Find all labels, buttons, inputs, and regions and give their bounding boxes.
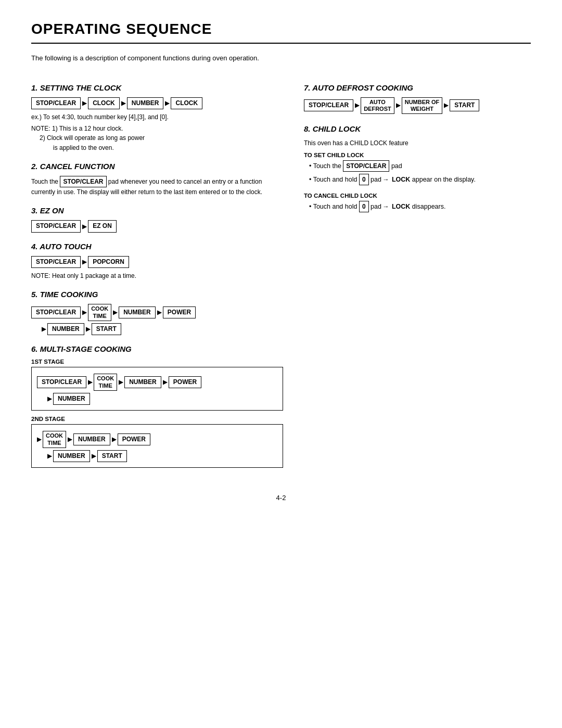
section-3-title: 3. EZ ON — [31, 206, 283, 215]
box-power-6a: POWER — [169, 376, 201, 389]
arrow-s5-2 — [111, 309, 119, 316]
box-number-of-weight: NUMBER OF WEIGHT — [402, 97, 443, 114]
arrow-s5-3 — [156, 309, 163, 316]
stage1-label: 1ST STAGE — [31, 359, 283, 365]
cancel-bullet-1: Touch and hold 0 pad→ LOCK disappears. — [309, 201, 531, 212]
section-4-flow: STOP/CLEAR POPCORN — [31, 256, 283, 269]
section-1-title: 1. SETTING THE CLOCK — [31, 83, 283, 92]
stage2-box: ▶ COOK TIME NUMBER POWER ▶ NUMBER START — [31, 424, 283, 468]
box-auto-defrost: AUTO DEFROST — [361, 97, 394, 114]
box-stop-clear-4: STOP/CLEAR — [31, 256, 81, 269]
arrow-s6-7 — [110, 436, 118, 443]
section-4: 4. AUTO TOUCH STOP/CLEAR POPCORN NOTE: H… — [31, 242, 283, 281]
box-power-6b: POWER — [118, 433, 150, 446]
box-cook-time-5: COOK TIME — [88, 304, 111, 321]
page-title: OPERATING SEQUENCE — [31, 21, 531, 37]
set-bullet-2: Touch and hold 0 pad→ LOCK appear on the… — [309, 174, 531, 185]
section-5-title: 5. TIME COOKING — [31, 290, 283, 299]
section-7: 7. AUTO DEFROST COOKING STOP/CLEAR AUTO … — [304, 83, 531, 114]
arrow-s6-4: ▶ — [47, 395, 52, 402]
section-4-title: 4. AUTO TOUCH — [31, 242, 283, 251]
box-cook-time-6a: COOK TIME — [94, 374, 117, 390]
section-5-flow-row1: STOP/CLEAR COOK TIME NUMBER POWER — [31, 304, 283, 321]
arrow-s5-5 — [84, 326, 92, 333]
box-number-6a: NUMBER — [124, 376, 161, 389]
section-6-title: 6. MULTI-STAGE COOKING — [31, 344, 283, 353]
box-ez-on: EZ ON — [88, 220, 117, 233]
section-7-flow: STOP/CLEAR AUTO DEFROST NUMBER OF WEIGHT… — [304, 97, 531, 114]
box-clock-1: CLOCK — [88, 97, 120, 110]
arrow-s6-1 — [86, 379, 94, 386]
stage2-row2: ▶ NUMBER START — [47, 450, 277, 463]
box-power-5: POWER — [163, 306, 196, 319]
stage2-label: 2ND STAGE — [31, 416, 283, 422]
box-start-7: START — [450, 99, 479, 112]
right-column: 7. AUTO DEFROST COOKING STOP/CLEAR AUTO … — [304, 74, 531, 474]
arrow-2 — [120, 100, 127, 107]
left-column: 1. SETTING THE CLOCK STOP/CLEAR CLOCK NU… — [31, 74, 283, 474]
set-child-lock-label: TO SET CHILD LOCK — [304, 152, 531, 158]
arrow-s6-6 — [66, 436, 73, 443]
title-divider — [31, 43, 531, 44]
arrow-s6-8: ▶ — [47, 453, 52, 459]
inline-stop-clear: STOP/CLEAR — [60, 176, 106, 187]
section-8-intro: This oven has a CHILD LOCK feature — [304, 138, 531, 148]
arrow-s7-3 — [442, 102, 450, 109]
box-stop-clear-1: STOP/CLEAR — [31, 97, 81, 110]
section-5-flow-row2: ▶ NUMBER START — [42, 323, 283, 336]
stage2-row1: ▶ COOK TIME NUMBER POWER — [37, 431, 277, 448]
section-3: 3. EZ ON STOP/CLEAR EZ ON — [31, 206, 283, 233]
section-2: 2. CANCEL FUNCTION Touch the STOP/CLEAR … — [31, 162, 283, 197]
section-1-notes: NOTE: 1) This is a 12 hour clock. 2) Clo… — [31, 124, 283, 152]
arrow-s7-1 — [353, 102, 361, 109]
arrow-s3-1 — [81, 223, 88, 230]
intro-text: The following is a description of compon… — [31, 53, 531, 63]
box-stop-clear-5: STOP/CLEAR — [31, 306, 81, 319]
section-1-flow: STOP/CLEAR CLOCK NUMBER CLOCK — [31, 97, 283, 110]
box-start-6: START — [97, 450, 127, 463]
arrow-s5-1 — [81, 309, 88, 316]
box-stop-clear-6: STOP/CLEAR — [37, 376, 86, 389]
section-5: 5. TIME COOKING STOP/CLEAR COOK TIME NUM… — [31, 290, 283, 335]
box-number-1: NUMBER — [127, 97, 164, 110]
arrow-1 — [81, 100, 88, 107]
cancel-child-lock-label: TO CANCEL CHILD LOCK — [304, 193, 531, 199]
section-1-example: ex.) To set 4:30, touch number key [4],[… — [31, 112, 283, 122]
box-number-5b: NUMBER — [47, 323, 84, 336]
section-3-flow: STOP/CLEAR EZ ON — [31, 220, 283, 233]
box-clock-2: CLOCK — [171, 97, 202, 110]
box-number-6c: NUMBER — [73, 433, 110, 446]
page-number: 4-2 — [31, 494, 531, 502]
box-stop-clear-3: STOP/CLEAR — [31, 220, 81, 233]
section-7-title: 7. AUTO DEFROST COOKING — [304, 83, 531, 92]
section-2-title: 2. CANCEL FUNCTION — [31, 162, 283, 171]
section-1: 1. SETTING THE CLOCK STOP/CLEAR CLOCK NU… — [31, 83, 283, 153]
section-8: 8. CHILD LOCK This oven has a CHILD LOCK… — [304, 124, 531, 212]
box-number-6b: NUMBER — [53, 393, 90, 405]
section-4-note: NOTE: Heat only 1 package at a time. — [31, 271, 283, 280]
arrow-s6-9 — [90, 453, 97, 459]
box-cook-time-6b: COOK TIME — [43, 431, 66, 448]
inline-zero-8a: 0 — [359, 174, 369, 185]
inline-zero-8b: 0 — [359, 201, 369, 212]
inline-stop-clear-8: STOP/CLEAR — [343, 160, 389, 172]
stage1-box: STOP/CLEAR COOK TIME NUMBER POWER ▶ NUMB… — [31, 367, 283, 411]
arrow-s6-5: ▶ — [37, 436, 41, 443]
box-number-6d: NUMBER — [53, 450, 90, 463]
section-6: 6. MULTI-STAGE COOKING 1ST STAGE STOP/CL… — [31, 344, 283, 468]
stage1-row2: ▶ NUMBER — [47, 393, 277, 405]
box-stop-clear-7: STOP/CLEAR — [304, 99, 353, 112]
section-2-text: Touch the STOP/CLEAR pad whenever you ne… — [31, 176, 283, 197]
arrow-s6-2 — [117, 379, 124, 386]
arrow-s6-3 — [161, 379, 169, 386]
arrow-3 — [163, 100, 171, 107]
stage1-row1: STOP/CLEAR COOK TIME NUMBER POWER — [37, 374, 277, 390]
box-start-5: START — [92, 323, 121, 336]
arrow-s4-1 — [81, 259, 88, 265]
box-number-5a: NUMBER — [119, 306, 156, 319]
set-bullet-1: Touch the STOP/CLEAR pad — [309, 160, 531, 172]
box-popcorn: POPCORN — [88, 256, 129, 269]
arrow-s7-2 — [394, 102, 402, 109]
arrow-s5-4: ▶ — [42, 326, 46, 333]
section-8-title: 8. CHILD LOCK — [304, 124, 531, 133]
